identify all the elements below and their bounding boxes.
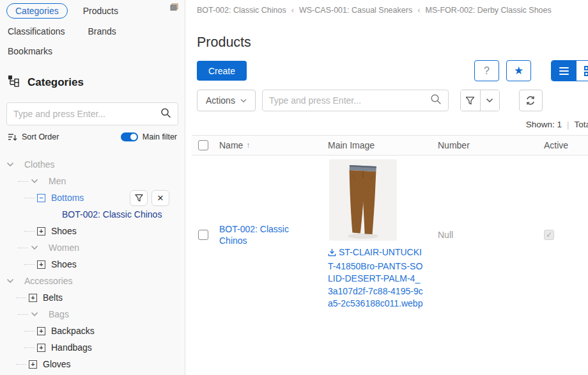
expand-node-icon[interactable]: + bbox=[29, 360, 37, 369]
collapse-panel-icon[interactable] bbox=[169, 3, 180, 12]
column-header-name[interactable]: Name ↑ bbox=[219, 140, 328, 150]
category-tree: Clothes Men − Bottoms ✕ BO bbox=[0, 156, 185, 372]
tree-item-shoes-men[interactable]: + Shoes bbox=[0, 223, 185, 239]
main-filter-toggle[interactable] bbox=[121, 132, 138, 141]
star-icon: ★ bbox=[514, 64, 523, 77]
panel-title: Categories bbox=[27, 76, 84, 89]
actions-dropdown[interactable]: Actions bbox=[197, 90, 256, 111]
tree-item-label[interactable]: Shoes bbox=[51, 259, 77, 269]
sidebar-tab-products[interactable]: Products bbox=[75, 4, 126, 18]
tree-item-label[interactable]: Belts bbox=[43, 292, 63, 303]
image-filename[interactable]: ST-CLAIR-UNTUCKIT-41850Bro-PANTS-SOLID-D… bbox=[328, 247, 423, 308]
sidebar-tab-brands[interactable]: Brands bbox=[80, 24, 123, 38]
filters-expand-button[interactable] bbox=[480, 90, 499, 111]
products-grid: Name ↑ Main Image Number Active BOT-002:… bbox=[192, 135, 588, 310]
grid-icon bbox=[584, 66, 588, 76]
chevron-down-icon[interactable] bbox=[31, 312, 38, 317]
expand-node-icon[interactable]: + bbox=[37, 327, 45, 335]
sort-order-icon bbox=[8, 133, 17, 141]
product-name-link[interactable]: BOT-002: Classic Chinos bbox=[219, 223, 296, 246]
breadcrumb-item[interactable]: WS-CAS-001: Casual Sneakers bbox=[299, 6, 412, 15]
tree-item-label[interactable]: Bags bbox=[49, 309, 69, 319]
page-title: Products bbox=[197, 35, 588, 51]
tree-item-handbags[interactable]: + Handbags bbox=[0, 339, 185, 356]
funnel-icon bbox=[465, 96, 475, 106]
filter-button-group bbox=[460, 90, 500, 111]
tree-item-label[interactable]: Bottoms bbox=[51, 193, 84, 203]
collapse-node-icon[interactable]: − bbox=[37, 194, 45, 202]
expand-node-icon[interactable]: + bbox=[37, 260, 45, 269]
tree-item-accessories[interactable]: Accessories bbox=[0, 273, 185, 289]
tree-item-bags[interactable]: Bags bbox=[0, 306, 185, 323]
tree-item-backpacks[interactable]: + Backpacks bbox=[0, 323, 185, 339]
favorite-button[interactable]: ★ bbox=[506, 60, 531, 81]
sidebar-tab-categories[interactable]: Categories bbox=[6, 3, 68, 19]
tree-item-label[interactable]: BOT-002: Classic Chinos bbox=[62, 209, 162, 219]
search-icon[interactable] bbox=[430, 93, 442, 108]
tree-item-label[interactable]: Gloves bbox=[43, 359, 71, 369]
tree-item-bottoms[interactable]: − Bottoms ✕ bbox=[0, 189, 185, 206]
actions-label: Actions bbox=[206, 95, 235, 106]
tree-item-belts[interactable]: + Belts bbox=[0, 289, 185, 306]
chevron-down-icon[interactable] bbox=[31, 245, 38, 250]
chevron-down-icon[interactable] bbox=[6, 162, 14, 167]
tree-item-women[interactable]: Women bbox=[0, 239, 185, 256]
hierarchy-icon bbox=[8, 75, 20, 90]
total-count: Total: 1 bbox=[574, 120, 588, 129]
tree-item-label[interactable]: Men bbox=[49, 176, 66, 186]
categories-panel-header: Categories bbox=[8, 75, 185, 90]
breadcrumb-item[interactable]: BOT-002: Classic Chinos bbox=[197, 6, 286, 15]
tree-item-label[interactable]: Handbags bbox=[51, 342, 92, 353]
list-view-button[interactable] bbox=[552, 61, 576, 81]
tree-item-clothes[interactable]: Clothes bbox=[0, 156, 185, 173]
column-header-active[interactable]: Active bbox=[544, 140, 582, 150]
create-button[interactable]: Create bbox=[197, 61, 247, 81]
tree-item-gloves[interactable]: + Gloves bbox=[0, 356, 185, 372]
breadcrumb: BOT-002: Classic Chinos ‹ WS-CAS-001: Ca… bbox=[197, 5, 588, 15]
tree-item-label[interactable]: Backpacks bbox=[51, 326, 95, 336]
number-value: Null bbox=[438, 230, 544, 240]
sidebar-tab-bookmarks[interactable]: Bookmarks bbox=[6, 44, 60, 58]
list-icon bbox=[559, 67, 569, 75]
tree-item-label[interactable]: Women bbox=[49, 243, 79, 253]
filters-button[interactable] bbox=[461, 90, 480, 111]
breadcrumb-item[interactable]: MS-FOR-002: Derby Classic Shoes bbox=[425, 6, 551, 15]
category-search bbox=[6, 102, 178, 125]
tree-clear-filter-button[interactable]: ✕ bbox=[151, 190, 169, 206]
sidebar-tab-classifications[interactable]: Classifications bbox=[6, 24, 72, 38]
grid-view-button[interactable] bbox=[576, 61, 588, 81]
image-file-link[interactable]: ST-CLAIR-UNTUCKIT-41850Bro-PANTS-SOLID-D… bbox=[328, 246, 424, 310]
active-checkbox: ✓ bbox=[544, 230, 554, 240]
tree-item-product-bot-002[interactable]: BOT-002: Classic Chinos bbox=[0, 206, 185, 223]
column-header-number[interactable]: Number bbox=[438, 140, 544, 150]
refresh-icon bbox=[525, 95, 536, 106]
tree-options-row: Sort Order Main filter bbox=[8, 132, 177, 141]
tree-item-label[interactable]: Clothes bbox=[24, 159, 54, 170]
tree-item-men[interactable]: Men bbox=[0, 173, 185, 189]
expand-node-icon[interactable]: + bbox=[29, 294, 37, 302]
refresh-button[interactable] bbox=[519, 90, 543, 111]
table-row: BOT-002: Classic Chinos bbox=[192, 156, 588, 310]
sidebar: Categories Products Classifications Bran… bbox=[0, 0, 185, 375]
search-icon[interactable] bbox=[160, 108, 171, 121]
grid-search-input[interactable] bbox=[269, 95, 430, 106]
main-filter-control[interactable]: Main filter bbox=[121, 132, 177, 141]
expand-node-icon[interactable]: + bbox=[37, 344, 45, 352]
download-icon bbox=[328, 248, 336, 260]
tree-filter-button[interactable] bbox=[130, 190, 148, 206]
help-button[interactable]: ? bbox=[474, 60, 499, 81]
row-checkbox[interactable] bbox=[198, 230, 208, 240]
chevron-down-icon[interactable] bbox=[6, 278, 14, 283]
tree-item-label[interactable]: Accessories bbox=[24, 276, 72, 286]
product-thumbnail[interactable] bbox=[329, 159, 397, 241]
category-search-input[interactable] bbox=[13, 109, 160, 119]
question-icon: ? bbox=[484, 65, 490, 77]
tree-item-shoes-women[interactable]: + Shoes bbox=[0, 256, 185, 273]
expand-node-icon[interactable]: + bbox=[37, 227, 45, 235]
sort-order-control[interactable]: Sort Order bbox=[8, 132, 59, 141]
grid-search bbox=[262, 90, 449, 111]
select-all-checkbox[interactable] bbox=[198, 140, 208, 150]
chevron-down-icon[interactable] bbox=[31, 179, 38, 184]
count-divider: | bbox=[567, 120, 569, 129]
tree-item-label[interactable]: Shoes bbox=[51, 226, 77, 236]
